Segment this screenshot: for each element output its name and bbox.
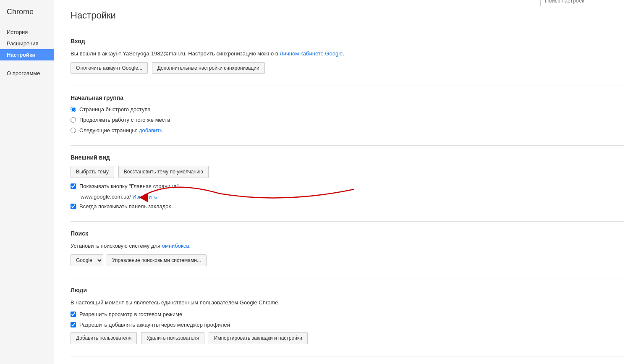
startup-label-pages: Следующие страницы: добавить [79, 127, 162, 134]
add-user-button[interactable]: Добавить пользователя [71, 332, 137, 344]
section-search: Поиск Установить поисковую систему для о… [71, 230, 624, 266]
main-content: Настройки Вход Вы вошли в аккаунт YaSery… [54, 0, 641, 364]
checkbox-bookmarks-text: Всегда показывать панель закладок [79, 203, 171, 209]
sidebar-item-history[interactable]: История [0, 26, 54, 38]
login-text-prefix: Вы вошли в аккаунт YaSeryoga-1982@mail.r… [71, 50, 280, 57]
section-login: Вход Вы вошли в аккаунт YaSeryoga-1982@m… [71, 38, 624, 74]
sidebar-item-extensions[interactable]: Расширения [0, 38, 54, 49]
sync-settings-button[interactable]: Дополнительные настройки синхронизации [152, 62, 265, 74]
sidebar-item-settings[interactable]: Настройки [0, 49, 54, 60]
checkbox-guest-text: Разрешить просмотр в гостевом режиме [79, 311, 182, 317]
home-url: www.google.com.ua/ [81, 194, 131, 200]
startup-label-newtab: Страница быстрого доступа [79, 106, 151, 113]
startup-option-newtab[interactable]: Страница быстрого доступа [71, 106, 624, 113]
page-title: Настройки [71, 10, 116, 21]
home-button-row: Показывать кнопку "Главная страница" www… [71, 183, 624, 200]
section-appearance-title: Внешний вид [71, 154, 624, 161]
checkbox-guest[interactable] [71, 312, 76, 317]
delete-user-button[interactable]: Удалить пользователя [141, 332, 204, 344]
restore-theme-button[interactable]: Восстановить тему по умолчанию [118, 166, 209, 178]
section-startup: Начальная группа Страница быстрого досту… [71, 94, 624, 134]
checkbox-home-text: Показывать кнопку "Главная страница" [79, 183, 178, 189]
search-text-suffix: . [189, 243, 191, 249]
section-login-title: Вход [71, 38, 624, 45]
choose-theme-button[interactable]: Выбрать тему [71, 166, 114, 178]
sidebar: Chrome История Расширения Настройки О пр… [0, 0, 54, 364]
checkbox-accounts-text: Разрешить добавлять аккаунты через менед… [79, 322, 230, 328]
login-text: Вы вошли в аккаунт YaSeryoga-1982@mail.r… [71, 50, 624, 58]
search-box [540, 0, 624, 6]
section-startup-title: Начальная группа [71, 94, 624, 101]
login-text-suffix: . [343, 50, 344, 57]
change-home-link[interactable]: Изменить [133, 194, 157, 200]
section-people-title: Люди [71, 287, 624, 293]
checkbox-home-label[interactable]: Показывать кнопку "Главная страница" [71, 183, 624, 189]
startup-radio-continue[interactable] [71, 117, 76, 123]
divider-3 [71, 221, 624, 222]
divider-5 [71, 356, 624, 356]
divider-1 [71, 86, 624, 86]
checkbox-accounts[interactable] [71, 322, 76, 327]
section-search-title: Поиск [71, 230, 624, 237]
startup-label-continue: Продолжать работу с того же места [79, 117, 170, 123]
checkbox-bookmarks[interactable] [71, 204, 76, 209]
startup-add-link[interactable]: добавить [139, 127, 162, 134]
sidebar-item-about[interactable]: О программе [0, 68, 54, 79]
search-text-prefix: Установить поисковую систему для [71, 243, 162, 249]
search-engine-select[interactable]: Google Yandex Bing [71, 254, 103, 266]
startup-radio-pages[interactable] [71, 128, 76, 133]
app-title: Chrome [0, 3, 54, 23]
omnibox-link[interactable]: омнибокса [162, 243, 189, 249]
section-people: Люди В настоящий момент вы являетесь еди… [71, 287, 624, 344]
search-input[interactable] [540, 0, 624, 6]
startup-option-pages[interactable]: Следующие страницы: добавить [71, 127, 624, 134]
search-text: Установить поисковую систему для омнибок… [71, 242, 624, 250]
checkbox-guest-label[interactable]: Разрешить просмотр в гостевом режиме [71, 311, 624, 317]
startup-radio-newtab[interactable] [71, 107, 76, 112]
section-appearance: Внешний вид Выбрать тему Восстановить те… [71, 154, 624, 209]
sidebar-nav: История Расширения Настройки О программе [0, 26, 54, 79]
startup-option-continue[interactable]: Продолжать работу с того же места [71, 117, 624, 123]
personal-cabinet-link[interactable]: Личном кабинете Google [280, 50, 343, 57]
import-bookmarks-button[interactable]: Импортировать закладки и настройки [209, 332, 308, 344]
checkbox-accounts-label[interactable]: Разрешить добавлять аккаунты через менед… [71, 322, 624, 328]
people-text: В настоящий момент вы являетесь единстве… [71, 299, 624, 307]
manage-search-button[interactable]: Управление поисковыми системами... [107, 254, 207, 267]
checkbox-home[interactable] [71, 183, 76, 189]
checkbox-bookmarks-label[interactable]: Всегда показывать панель закладок [71, 203, 624, 209]
divider-4 [71, 278, 624, 278]
divider-2 [71, 145, 624, 146]
home-url-text: www.google.com.ua/ Изменить [71, 194, 624, 200]
disconnect-google-button[interactable]: Отключить аккаунт Google... [71, 62, 148, 74]
sidebar-divider [0, 64, 54, 64]
